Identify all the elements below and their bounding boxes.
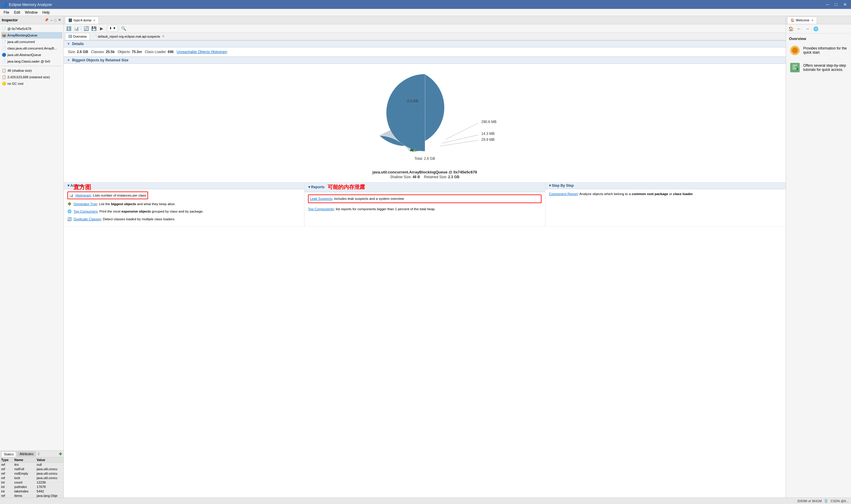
right-web-btn[interactable]: 🌐 [812,25,819,32]
table-row[interactable]: int count 12236 [0,480,64,485]
table-row[interactable]: int putIndex 17678 [0,485,64,489]
content-area: ▼ Details Size: 2.6 GB Classes: 25.5k Ob… [64,40,786,498]
inspector-maximize[interactable]: □ [53,18,57,22]
overview-svg [789,44,801,56]
main-tab[interactable]: 🗄️ hypc4.dump ✕ [65,17,99,24]
statics-tab[interactable]: Statics [1,451,16,456]
maximize-button[interactable]: □ [833,1,839,7]
search-btn[interactable]: 🔍 [120,25,127,32]
garbage-icon: 🗑️ [824,499,828,503]
component-link[interactable]: Component Report [549,192,578,196]
subtab-close[interactable]: ✕ [162,35,164,38]
tab-icon: 🗄️ [68,18,72,22]
svg-point-4 [792,48,798,53]
retained-icon: 📋 [2,74,6,80]
reports-toggle: ▼ [308,185,311,189]
size-info: Shallow Size: 48 B Retained Size: 2.3 GB [390,175,459,179]
run-btn[interactable]: ▶ [98,25,105,32]
inspector-close[interactable]: ✕ [57,18,62,22]
inspector-minimize[interactable]: ─ [50,18,54,22]
minimize-button[interactable]: ─ [824,1,831,7]
overview-box-2[interactable]: Offers several step-by-step tutorials fo… [789,60,848,75]
cell-value: 12236 [36,480,64,485]
inspector-item-class[interactable]: 📄 class.java.util.concurrent.ArrayB... [1,45,62,52]
inspector-item-abq[interactable]: 📦 ArrayBlockingQueue [1,32,62,38]
toolbar-dropdown[interactable]: ⬇ ▼ [108,25,118,32]
menu-file[interactable]: File [1,10,12,15]
biggest-title: Biggest Objects by Retained Size [72,58,128,62]
status-extra: CSDN @9... [831,499,849,503]
cell-name: notEmpty [13,471,35,476]
close-button[interactable]: ✕ [841,1,849,7]
col-name: Name [13,457,35,463]
duplicate-link[interactable]: Duplicate Classes [74,217,101,221]
welcome-close[interactable]: ✕ [811,19,814,22]
top-components-link[interactable]: Top Components [308,207,334,211]
details-header[interactable]: ▼ Details [64,40,786,48]
table-row[interactable]: ref notEmpty java.util.concu [0,471,64,476]
unreachable-link[interactable]: Unreachable Objects Histogram [176,50,227,54]
inspector-item-address[interactable]: 📄 @ 0x745e5c678 [1,25,62,32]
title-bar: 🔵 Eclipse Memory Analyzer ─ □ ✕ [0,0,851,9]
leak-link[interactable]: Leak Suspects [310,197,332,200]
overview-box-1[interactable]: Provides information for the quick start… [789,43,848,57]
cell-type: ref [0,476,13,480]
status-right: 2093M of 3641M 🗑️ CSDN @9... [797,499,849,503]
subtab-report[interactable]: 📄 default_report org.eclipse.mat.api:sus… [90,33,168,40]
table-row[interactable]: ref notFull java.util.concu [0,467,64,471]
statics-table: Type Name Value ref itrs null ref notFul… [0,457,64,498]
chart-btn[interactable]: 📊 [73,25,80,32]
histogram-link[interactable]: Histogram [75,194,91,197]
refresh-btn[interactable]: 🔄 [83,25,90,32]
table-row[interactable]: ref lock java.util.concu [0,476,64,480]
right-back-btn[interactable]: ← [796,25,803,32]
reports-title: Reports [311,185,324,189]
app-icon: 🔵 [2,2,7,7]
menu-window[interactable]: Window [22,10,40,15]
label-2gb: 2.3 GB [407,99,418,103]
svg-line-0 [446,123,478,139]
cell-name: putIndex [13,485,35,489]
save-btn[interactable]: 💾 [90,25,97,32]
menu-edit[interactable]: Edit [12,10,22,15]
statics-section: Statics Attributes 2 ✚ Type Name Value [0,450,64,498]
right-section-title: Overview [789,36,848,41]
table-row[interactable]: int takeIndex 5442 [0,489,64,493]
tab-close[interactable]: ✕ [93,19,95,22]
subtab-overview[interactable]: ℹ️ Overview [65,33,90,40]
overview-desc-2: Offers several step-by-step tutorials fo… [803,64,846,72]
menu-help[interactable]: Help [40,10,52,15]
attributes-tab[interactable]: Attributes [17,451,36,456]
status-bar: 2093M of 3641M 🗑️ CSDN @9... [0,498,851,504]
tab-count: 2 [38,452,39,456]
cell-value: java.util.concu [36,476,64,480]
welcome-tab[interactable]: 🏠 Welcome ✕ [787,17,817,24]
cell-type: ref [0,471,13,476]
right-forward-btn[interactable]: → [804,25,811,32]
inspector-item-concurrent[interactable]: 📄 java.util.concurrent [1,38,62,45]
table-row[interactable]: ref itrs null [0,463,64,467]
info-btn[interactable]: ℹ️ [65,25,72,32]
label-29mb: 29.9 MB [481,138,494,142]
reports-column: ▼ Reports 可能的内存泄露 Leak Suspects: include… [305,182,545,227]
cell-value: 5442 [36,489,64,493]
component-desc: : Analyze objects which belong to a [578,192,632,196]
biggest-objects-header[interactable]: ▼ Biggest Objects by Retained Size [64,57,786,64]
right-home-btn[interactable]: 🏠 [787,25,794,32]
cell-name: lock [13,476,35,480]
size-label: Size: [68,50,76,54]
objects-value: 75.3m [132,50,142,54]
top-consumers-link[interactable]: Top Consumers [74,210,98,213]
duplicate-icon: 🔄 [67,217,71,221]
inspector-item-classloader[interactable]: 📄 java.lang.ClassLoader @ 0x0 [1,58,62,65]
actions-row: ▼ Actions 直方图 📊 Histogram: Lists number … [64,182,786,227]
shallow-value: 48 B [413,175,420,179]
inspector-pin[interactable]: 📌 [44,18,50,22]
inspector-item-gcroot: 🟡 no GC root [1,80,62,87]
top-consumers-item: 🌐 Top Consumers: Print the most expensiv… [67,209,300,214]
actions-header: ▼ Actions [64,182,304,189]
inspector-item-abstract[interactable]: 🔵 java.util.AbstractQueue [1,52,62,58]
cell-type: int [0,489,13,493]
add-icon[interactable]: ✚ [59,451,62,456]
dominator-link[interactable]: Dominator Tree [74,202,97,206]
